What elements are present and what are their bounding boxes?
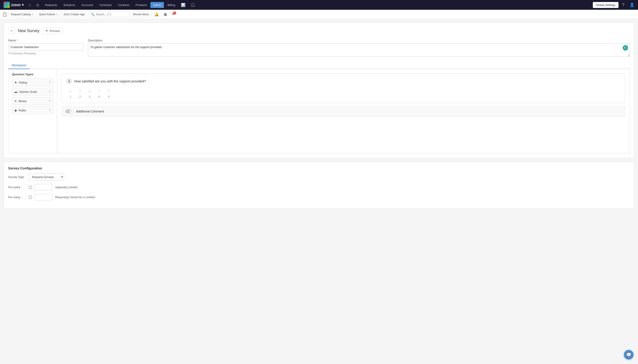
desc-label: Description bbox=[88, 39, 630, 42]
survey-type-row: Survey Type Request Surveys Contact Surv… bbox=[8, 174, 630, 180]
requests-contact-input[interactable] bbox=[35, 194, 53, 200]
radio-icon: ◉ bbox=[15, 109, 17, 112]
requests-closed-input[interactable] bbox=[35, 184, 53, 190]
tabs: Workspace bbox=[8, 62, 630, 69]
question-types-title: Question Types bbox=[12, 72, 53, 76]
desc-textarea[interactable]: To gather customer satisfaction for the … bbox=[88, 44, 630, 57]
binary-icon: ✕ bbox=[15, 100, 17, 103]
help-icon[interactable]: ? bbox=[620, 2, 626, 8]
question-number-1: 1 bbox=[66, 78, 72, 84]
main-content: ← New Survey 👁 Preview Name * 79 Charact… bbox=[0, 22, 638, 208]
desc-refresh-icon[interactable]: ↻ bbox=[623, 45, 628, 50]
binary-label: Binary bbox=[19, 100, 27, 103]
app-icon[interactable]: 📋 bbox=[2, 12, 7, 17]
qtype-radio[interactable]: ◉ Radio ⠿ bbox=[12, 106, 53, 114]
nav-billing[interactable]: Billing bbox=[165, 2, 178, 8]
nav-contacts[interactable]: Contacts bbox=[115, 2, 132, 8]
desc-wrapper: To gather customer satisfaction for the … bbox=[88, 44, 630, 57]
survey-form: ← New Survey 👁 Preview Name * 79 Charact… bbox=[4, 22, 634, 158]
nav-admin[interactable]: Admin bbox=[150, 2, 164, 8]
name-input[interactable] bbox=[8, 44, 84, 51]
binary-drag-handle[interactable]: ⠿ bbox=[49, 99, 51, 103]
qtype-opinion-left: ▬ Opinion Scale bbox=[15, 90, 37, 94]
nav-requests[interactable]: Requests bbox=[42, 2, 60, 8]
qtype-rating-left: ★ Rating bbox=[15, 81, 27, 84]
zoho-creator-label: Zoho Creator App bbox=[64, 13, 85, 16]
star-label-4: 4 bbox=[98, 95, 100, 98]
nav-contracts[interactable]: Contracts bbox=[97, 2, 115, 8]
rating-drag-handle[interactable]: ⠿ bbox=[49, 80, 51, 84]
headset-icon[interactable]: 🎧 bbox=[189, 2, 197, 8]
star-label-3: 3 bbox=[89, 95, 90, 98]
edit-icon-btn[interactable]: ✏ 1 bbox=[170, 11, 177, 18]
for-every-label-2: For every bbox=[8, 196, 26, 199]
opinion-drag-handle[interactable]: ⠿ bbox=[49, 90, 51, 94]
star-1[interactable]: ☆ 1 bbox=[68, 88, 73, 98]
preview-button[interactable]: 👁 Preview bbox=[42, 28, 63, 34]
search-bar[interactable]: 🔍 bbox=[88, 12, 129, 17]
survey-canvas: 1 How satisfied are you with the support… bbox=[57, 69, 629, 153]
star-icon-5: ☆ bbox=[106, 88, 111, 94]
survey-type-select[interactable]: Request Surveys Contact Surveys Ticket S… bbox=[29, 174, 64, 180]
recent-items-button[interactable]: Recent Items bbox=[131, 12, 151, 17]
radio-label: Radio bbox=[19, 109, 26, 112]
request-catalog-button[interactable]: Request Catalog ▾ bbox=[9, 12, 35, 17]
back-button[interactable]: ← bbox=[8, 27, 15, 34]
star-icon-4: ☆ bbox=[97, 88, 102, 94]
for-every-row-2: For every Request(s) closed for a contac… bbox=[8, 194, 630, 200]
request-catalog-arrow: ▾ bbox=[32, 13, 33, 16]
logo-area[interactable]: ZOHO ▾ bbox=[2, 2, 26, 8]
avatar-icon[interactable]: 👤 bbox=[628, 2, 636, 8]
chart-icon[interactable]: 📊 bbox=[179, 2, 188, 8]
nav-solutions[interactable]: Solutions bbox=[61, 2, 78, 8]
top-navigation: ZOHO ▾ ⌂ ◷ Requests Solutions Accounts C… bbox=[0, 0, 638, 10]
recent-items-label: Recent Items bbox=[133, 13, 149, 16]
radio-drag-handle[interactable]: ⠿ bbox=[49, 108, 51, 112]
star-rating-row: ☆ 1 ☆ 2 ☆ 3 ☆ 4 bbox=[66, 88, 620, 98]
star-icon-3: ☆ bbox=[87, 88, 92, 94]
name-field-group: Name * 79 Characters Remaining bbox=[8, 39, 84, 57]
requests-closed-text: request(s) closed bbox=[55, 186, 77, 189]
config-title: Survey Configuration bbox=[8, 166, 630, 170]
preview-label: Preview bbox=[50, 29, 60, 32]
survey-config-section: Survey Configuration Survey Type Request… bbox=[4, 162, 634, 208]
star-3[interactable]: ☆ 3 bbox=[87, 88, 92, 98]
radio-for-every-2[interactable] bbox=[29, 196, 32, 199]
star-label-5: 5 bbox=[108, 95, 110, 98]
desc-field-group: Description To gather customer satisfact… bbox=[88, 39, 630, 57]
star-2[interactable]: ☆ 2 bbox=[78, 88, 83, 98]
radio-for-every-1[interactable] bbox=[29, 186, 32, 189]
global-settings-button[interactable]: Global Settings bbox=[593, 2, 618, 8]
app-name: ZOHO bbox=[11, 3, 21, 7]
qtype-opinion[interactable]: ▬ Opinion Scale ⠿ bbox=[12, 88, 53, 96]
star-4[interactable]: ☆ 4 bbox=[97, 88, 102, 98]
search-icon: 🔍 bbox=[91, 12, 95, 16]
required-indicator: * bbox=[17, 39, 18, 42]
nav-right-area: Global Settings ? 👤 bbox=[593, 2, 636, 8]
nav-products[interactable]: Products bbox=[133, 2, 150, 8]
for-every-row-1: For every request(s) closed bbox=[8, 184, 630, 190]
toolbar: 📋 Request Catalog ▾ Quick Actions ▾ Zoho… bbox=[0, 10, 638, 19]
for-every-label-1: For every bbox=[8, 186, 26, 189]
grid-icon[interactable]: ▦ bbox=[162, 11, 169, 18]
star-5[interactable]: ☆ 5 bbox=[106, 88, 111, 98]
question-header-1: 1 How satisfied are you with the support… bbox=[66, 78, 620, 84]
search-input[interactable] bbox=[96, 13, 127, 16]
time-icon[interactable]: ◷ bbox=[34, 2, 42, 8]
additional-comment-block: ✕ Additional Comment bbox=[62, 106, 625, 116]
workspace-tab[interactable]: Workspace bbox=[8, 62, 30, 69]
home-icon[interactable]: ⌂ bbox=[26, 2, 33, 8]
nav-accounts[interactable]: Accounts bbox=[79, 2, 96, 8]
quick-actions-button[interactable]: Quick Actions ▾ bbox=[37, 12, 60, 17]
star-label-1: 1 bbox=[70, 95, 71, 98]
bell-icon[interactable]: 🔔 bbox=[153, 11, 161, 18]
request-catalog-label: Request Catalog bbox=[11, 13, 31, 16]
additional-comment-toggle[interactable]: ✕ bbox=[65, 110, 73, 113]
zoho-creator-button[interactable]: Zoho Creator App bbox=[61, 12, 87, 17]
workspace-area: Question Types ★ Rating ⠿ ▬ Opinion Scal… bbox=[8, 69, 630, 154]
survey-header: ← New Survey 👁 Preview bbox=[8, 27, 630, 34]
quick-actions-arrow: ▾ bbox=[56, 13, 57, 16]
qtype-rating[interactable]: ★ Rating ⠿ bbox=[12, 78, 53, 86]
qtype-binary-left: ✕ Binary bbox=[15, 100, 27, 103]
qtype-binary[interactable]: ✕ Binary ⠿ bbox=[12, 97, 53, 105]
